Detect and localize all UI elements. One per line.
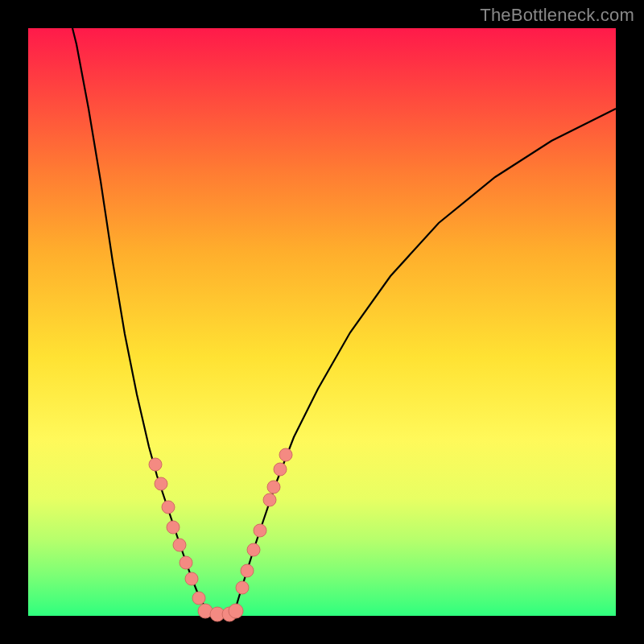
data-point <box>185 572 198 585</box>
data-point <box>155 477 167 490</box>
right-curve <box>234 109 616 613</box>
data-points-right <box>236 448 292 594</box>
data-point <box>192 592 205 605</box>
data-point <box>167 521 180 534</box>
data-point <box>241 564 254 577</box>
data-points-bottom <box>198 604 243 621</box>
data-point <box>263 493 276 506</box>
chart-overlay <box>28 28 616 616</box>
data-point <box>180 556 192 569</box>
data-point <box>279 448 292 461</box>
data-point <box>247 543 260 556</box>
data-point <box>236 581 249 594</box>
data-point <box>254 524 266 537</box>
data-point <box>274 463 287 476</box>
data-point <box>149 458 162 471</box>
left-curve <box>72 28 208 613</box>
watermark-text: TheBottleneck.com <box>480 5 634 26</box>
data-point <box>162 501 175 514</box>
data-point <box>267 481 280 493</box>
data-point <box>173 539 186 551</box>
data-points-left <box>149 458 205 605</box>
data-point <box>229 604 243 618</box>
